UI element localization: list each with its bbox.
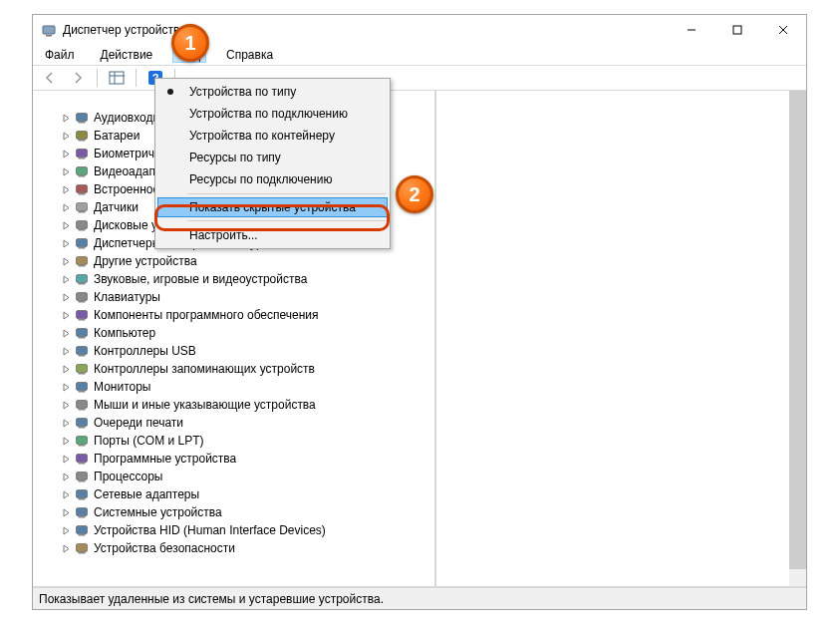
chevron-right-icon[interactable] — [61, 114, 72, 123]
callout-badge-2: 2 — [396, 175, 433, 213]
vertical-scrollbar[interactable] — [789, 91, 806, 569]
svg-rect-23 — [77, 221, 88, 229]
svg-rect-42 — [79, 391, 86, 393]
statusbar-text: Показывает удаленные из системы и устаре… — [39, 592, 384, 606]
svg-rect-59 — [77, 544, 88, 552]
menu-devices-by-container[interactable]: Устройства по контейнеру — [157, 125, 388, 147]
tree-row[interactable]: Устройства безопасности — [33, 539, 434, 557]
chevron-right-icon[interactable] — [61, 455, 72, 464]
svg-rect-55 — [77, 508, 88, 516]
tree-row[interactable]: Клавиатуры — [33, 288, 434, 306]
svg-rect-20 — [79, 193, 86, 195]
menu-separator — [187, 193, 386, 194]
tree-row[interactable]: Контроллеры USB — [33, 342, 434, 360]
svg-rect-34 — [79, 319, 86, 321]
menu-devices-by-type[interactable]: Устройства по типу — [157, 81, 388, 103]
device-category-icon — [74, 146, 90, 161]
tree-row[interactable]: Компьютер — [33, 324, 434, 342]
tree-row[interactable]: Устройства HID (Human Interface Devices) — [33, 521, 434, 539]
tree-row[interactable]: Порты (COM и LPT) — [33, 432, 434, 450]
svg-rect-13 — [77, 132, 88, 140]
chevron-right-icon[interactable] — [61, 526, 72, 535]
menu-customize[interactable]: Настроить... — [157, 224, 388, 246]
chevron-right-icon[interactable] — [61, 544, 72, 553]
chevron-right-icon[interactable] — [61, 473, 72, 481]
chevron-right-icon[interactable] — [61, 239, 72, 248]
svg-rect-0 — [43, 26, 55, 34]
callout-badge-1: 1 — [171, 24, 209, 62]
chevron-right-icon[interactable] — [61, 185, 72, 194]
tree-row[interactable]: Очереди печати — [33, 414, 434, 432]
chevron-right-icon[interactable] — [61, 221, 72, 230]
close-button[interactable] — [760, 15, 806, 45]
chevron-right-icon[interactable] — [61, 203, 72, 212]
device-category-icon — [74, 253, 90, 269]
chevron-right-icon[interactable] — [61, 365, 72, 374]
device-category-icon — [74, 271, 90, 287]
chevron-right-icon[interactable] — [61, 383, 72, 392]
device-manager-window: Диспетчер устройств Файл Действие Вид Сп… — [32, 14, 807, 610]
chevron-right-icon[interactable] — [61, 257, 72, 266]
back-button[interactable] — [39, 67, 61, 89]
tree-row[interactable]: Мыши и иные указывающие устройства — [33, 396, 434, 414]
chevron-right-icon[interactable] — [61, 167, 72, 176]
tree-row[interactable]: Сетевые адаптеры — [33, 485, 434, 503]
tree-row-label: Устройства HID (Human Interface Devices) — [94, 523, 326, 537]
scrollbar-corner — [789, 569, 806, 586]
titlebar-text: Диспетчер устройств — [63, 23, 669, 37]
tree-row[interactable]: Программные устройства — [33, 450, 434, 468]
maximize-button[interactable] — [714, 15, 760, 45]
menu-resources-by-connection[interactable]: Ресурсы по подключению — [157, 168, 388, 190]
svg-rect-56 — [79, 516, 86, 518]
device-category-icon — [74, 397, 90, 413]
svg-rect-48 — [79, 445, 86, 447]
tree-row[interactable]: Компоненты программного обеспечения — [33, 306, 434, 324]
forward-button[interactable] — [67, 67, 89, 89]
device-category-icon — [74, 163, 90, 179]
chevron-right-icon[interactable] — [61, 150, 72, 158]
tree-row[interactable]: Другие устройства — [33, 252, 434, 270]
svg-rect-14 — [79, 140, 86, 142]
chevron-right-icon[interactable] — [61, 132, 72, 141]
show-hide-tree-button[interactable] — [106, 67, 128, 89]
svg-rect-17 — [77, 167, 88, 175]
chevron-right-icon[interactable] — [61, 311, 72, 320]
chevron-right-icon[interactable] — [61, 329, 72, 338]
menu-file[interactable]: Файл — [39, 47, 81, 63]
svg-rect-40 — [79, 373, 86, 375]
menu-resources-by-type[interactable]: Ресурсы по типу — [157, 147, 388, 168]
tree-row-label: Компьютер — [94, 326, 155, 340]
chevron-right-icon[interactable] — [61, 275, 72, 284]
menu-help[interactable]: Справка — [220, 47, 279, 63]
tree-row[interactable]: Системные устройства — [33, 503, 434, 521]
tree-row[interactable]: Мониторы — [33, 378, 434, 396]
device-category-icon — [74, 217, 90, 233]
chevron-right-icon[interactable] — [61, 490, 72, 499]
titlebar[interactable]: Диспетчер устройств — [33, 15, 806, 45]
menu-devices-by-connection[interactable]: Устройства по подключению — [157, 103, 388, 125]
svg-rect-30 — [79, 283, 86, 285]
chevron-right-icon[interactable] — [61, 401, 72, 410]
tree-row-label: Компоненты программного обеспечения — [94, 308, 319, 322]
tree-row-label: Клавиатуры — [94, 290, 160, 304]
minimize-button[interactable] — [669, 15, 714, 45]
svg-rect-16 — [79, 158, 86, 159]
svg-rect-36 — [79, 337, 86, 339]
svg-rect-1 — [46, 35, 52, 37]
tree-row[interactable]: Процессоры — [33, 468, 434, 485]
menu-show-hidden-devices[interactable]: Показать скрытые устройства — [157, 197, 388, 217]
menu-action[interactable]: Действие — [95, 47, 159, 63]
svg-rect-25 — [77, 239, 88, 247]
chevron-right-icon[interactable] — [61, 508, 72, 517]
svg-rect-51 — [77, 473, 88, 480]
chevron-right-icon[interactable] — [61, 293, 72, 302]
chevron-right-icon[interactable] — [61, 347, 72, 356]
tree-row[interactable]: Контроллеры запоминающих устройств — [33, 360, 434, 378]
tree-row[interactable]: Звуковые, игровые и видеоустройства — [33, 270, 434, 288]
chevron-right-icon[interactable] — [61, 437, 72, 446]
device-category-icon — [74, 289, 90, 305]
svg-rect-43 — [77, 401, 88, 409]
chevron-right-icon[interactable] — [61, 419, 72, 428]
device-category-icon — [74, 415, 90, 431]
svg-rect-32 — [79, 301, 86, 303]
